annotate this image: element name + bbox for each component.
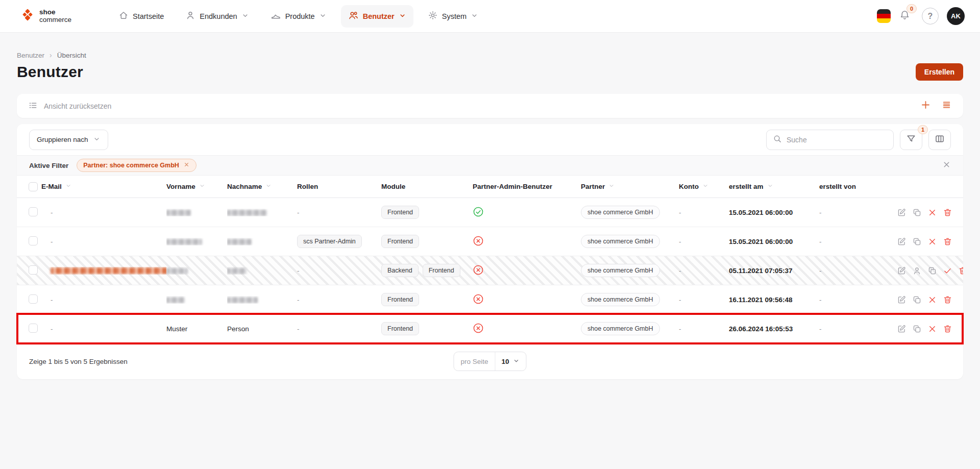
duplicate-icon[interactable] [912, 295, 922, 305]
per-page-label: pro Seite [454, 352, 495, 371]
delete-icon[interactable] [958, 266, 963, 276]
breadcrumb: Benutzer › Übersicht [17, 51, 963, 59]
duplicate-icon[interactable] [927, 266, 937, 276]
avatar[interactable]: AK [947, 7, 965, 25]
select-all-checkbox[interactable] [29, 182, 38, 191]
edit-icon[interactable] [897, 295, 906, 305]
nav-label: Produkte [285, 12, 315, 20]
module-badge: Frontend [381, 322, 419, 335]
home-icon [118, 10, 129, 22]
columns-button[interactable] [928, 130, 951, 150]
breadcrumb-root[interactable]: Benutzer [17, 52, 44, 59]
view-settings-bar: Ansicht zurücksetzen [17, 94, 963, 118]
module-badge: Backend [381, 264, 419, 277]
duplicate-icon[interactable] [912, 237, 922, 246]
nav-item-endkunden[interactable]: Endkunden [178, 5, 256, 27]
delete-icon[interactable] [943, 237, 952, 246]
table-row[interactable]: --Frontendshoe commerce GmbH-16.11.2021 … [17, 285, 963, 314]
row-checkbox[interactable] [29, 324, 38, 333]
chevron-down-icon [319, 12, 327, 21]
column-header-vorname[interactable]: Vorname [166, 182, 227, 191]
row-checkbox[interactable] [29, 265, 38, 275]
per-page-select[interactable]: pro Seite 10 [453, 352, 526, 371]
bell-icon [899, 14, 911, 22]
created-by: - [819, 296, 822, 304]
create-button[interactable]: Erstellen [916, 63, 963, 81]
saved-views-button[interactable] [941, 100, 952, 112]
filter-count-badge: 1 [918, 125, 928, 134]
help-button[interactable]: ? [922, 8, 939, 24]
module-badge: Frontend [381, 235, 419, 248]
edit-icon[interactable] [897, 324, 906, 334]
table-row[interactable]: -BackendFrontendshoe commerce GmbH-05.11… [17, 256, 963, 285]
deactivate-icon[interactable] [927, 237, 937, 246]
duplicate-icon[interactable] [912, 324, 922, 334]
remove-filter-icon[interactable] [183, 161, 190, 169]
partner-admin-no-icon [473, 293, 484, 305]
columns-icon [935, 134, 945, 146]
row-checkbox[interactable] [29, 207, 38, 216]
row-checkbox[interactable] [29, 294, 38, 304]
group-by-label: Gruppieren nach [37, 136, 88, 143]
nav-item-startseite[interactable]: Startseite [111, 5, 171, 27]
assume-user-icon[interactable] [912, 266, 922, 276]
table-row[interactable]: -scs Partner-AdminFrontendshoe commerce … [17, 227, 963, 256]
cell-text: - [679, 325, 681, 333]
column-label: Module [381, 183, 405, 190]
notifications-button[interactable]: 0 [899, 9, 911, 23]
group-by-dropdown[interactable]: Gruppieren nach [29, 130, 108, 150]
reset-view-button[interactable]: Ansicht zurücksetzen [28, 101, 111, 112]
table-row[interactable]: --Frontendshoe commerce GmbH-15.05.2021 … [17, 198, 963, 227]
cell-text: - [51, 238, 53, 245]
brand-logo-icon [20, 8, 35, 24]
reset-view-label: Ansicht zurücksetzen [44, 102, 111, 110]
confirm-icon[interactable] [943, 266, 952, 276]
language-flag-de[interactable] [877, 9, 891, 23]
role-badge: scs Partner-Admin [297, 235, 362, 248]
row-checkbox[interactable] [29, 236, 38, 245]
notification-count-badge: 0 [906, 4, 917, 13]
delete-icon[interactable] [943, 324, 952, 334]
edit-icon[interactable] [897, 208, 906, 217]
sort-chevron-icon [65, 182, 72, 191]
deactivate-icon[interactable] [927, 208, 937, 217]
column-header-partner[interactable]: Partner [581, 182, 679, 191]
deactivate-icon[interactable] [927, 295, 937, 305]
cell-text: - [679, 296, 681, 304]
users-table: E-MailVornameNachnameRollenModulePartner… [17, 176, 963, 343]
page-title: Benutzer [17, 63, 83, 81]
chevron-down-icon [513, 357, 520, 366]
search-input[interactable] [787, 136, 887, 144]
add-view-button[interactable] [920, 100, 931, 112]
funnel-icon [906, 134, 916, 146]
filter-button[interactable]: 1 [900, 130, 922, 150]
column-header-nachname[interactable]: Nachname [227, 182, 297, 191]
column-label: erstellt am [729, 183, 764, 190]
duplicate-icon[interactable] [912, 208, 922, 217]
search-icon [773, 134, 782, 145]
clear-filters-icon[interactable] [942, 160, 951, 171]
edit-icon[interactable] [897, 266, 906, 276]
deactivate-icon[interactable] [927, 324, 937, 334]
column-header-module: Module [381, 183, 473, 190]
edit-icon[interactable] [897, 237, 906, 246]
cell-text: - [297, 267, 300, 275]
nav-item-benutzer[interactable]: Benutzer [341, 5, 413, 28]
column-header-partner_admin: Partner-Admin-Benutzer [473, 183, 581, 190]
results-summary: Zeige 1 bis 5 von 5 Ergebnissen [29, 358, 128, 365]
column-header-erstellt_am[interactable]: erstellt am [729, 182, 819, 191]
active-filter-label: Aktive Filter [29, 162, 68, 169]
nav-item-produkte[interactable]: Produkte [263, 5, 334, 28]
nav-item-system[interactable]: System [421, 5, 485, 27]
filter-chip-partner[interactable]: Partner: shoe commerce GmbH [77, 159, 197, 172]
column-header-konto[interactable]: Konto [679, 182, 729, 191]
delete-icon[interactable] [943, 295, 952, 305]
delete-icon[interactable] [943, 208, 952, 217]
brand-logo[interactable]: shoecommerce [20, 8, 71, 24]
cell-text: - [679, 209, 681, 216]
column-label: Partner [581, 183, 605, 190]
table-header-row: E-MailVornameNachnameRollenModulePartner… [17, 176, 963, 198]
table-row[interactable]: -MusterPerson-Frontendshoe commerce GmbH… [17, 314, 963, 343]
partner-chip: shoe commerce GmbH [581, 235, 660, 248]
column-header-email[interactable]: E-Mail [41, 182, 166, 191]
